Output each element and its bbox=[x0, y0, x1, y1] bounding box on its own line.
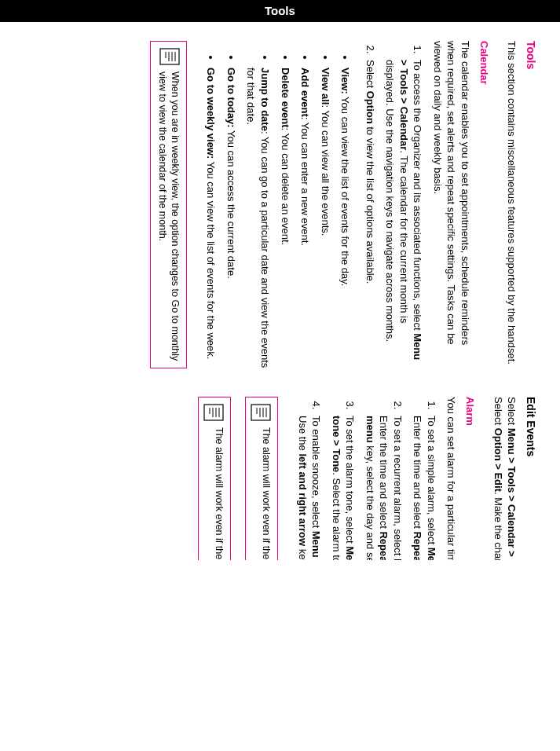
calendar-step-1: To access the Organizer and its associat… bbox=[383, 57, 425, 368]
note-text: The alarm will work even if the phone is… bbox=[260, 427, 273, 560]
page: Tools 57 Tools This section contains mis… bbox=[0, 0, 560, 560]
calendar-intro: The calendar enables you to set appointm… bbox=[430, 41, 472, 368]
bullet-view: View: You can view the list of events fo… bbox=[339, 68, 353, 368]
alarm-title: Alarm bbox=[463, 397, 477, 560]
calendar-steps: To access the Organizer and its associat… bbox=[357, 41, 424, 368]
calendar-step-2: Select Option to view the list of option… bbox=[363, 57, 377, 368]
svg-rect-10 bbox=[204, 405, 223, 420]
bullet-today: Go to today: You can access the current … bbox=[224, 68, 238, 368]
side-tab: Tools bbox=[0, 0, 560, 22]
note-silent-mode: The alarm will work even if the phone is… bbox=[245, 397, 278, 560]
alarm-intro: You can set alarm for a particular time.… bbox=[445, 397, 459, 560]
calendar-title: Calendar bbox=[477, 41, 491, 368]
bullet-jump: Jump to date: You can go to a particular… bbox=[244, 68, 272, 368]
alarm-steps: To set a simple alarm, select Menu > Too… bbox=[289, 397, 438, 560]
edit-events-body: Select Menu > Tools > Calendar > Option … bbox=[491, 397, 518, 560]
note-icon bbox=[251, 404, 271, 421]
left-column: Tools This section contains miscellaneou… bbox=[16, 41, 538, 368]
alarm-step-1: To set a simple alarm, select Menu > Too… bbox=[411, 412, 438, 560]
option-bullets: View: You can view the list of events fo… bbox=[198, 41, 352, 368]
content-area: 57 Tools This section contains miscellan… bbox=[0, 22, 560, 560]
tools-intro: This section contains miscellaneous feat… bbox=[505, 41, 519, 368]
alarm-step-3: To set the alarm tone, select Menu > Too… bbox=[329, 412, 357, 560]
svg-rect-0 bbox=[160, 49, 179, 64]
note-weekly-view: When you are in weekly view, the option … bbox=[150, 41, 187, 368]
svg-rect-5 bbox=[251, 405, 270, 420]
alarm-step-4: To enable snooze, select Menu > Tools > … bbox=[295, 412, 323, 560]
note-text: The alarm will work even if the phone is… bbox=[213, 427, 225, 560]
bullet-viewall: View all: You can view all the events. bbox=[318, 68, 332, 368]
edit-events-title: Edit Events bbox=[523, 397, 538, 560]
tools-title: Tools bbox=[523, 41, 538, 368]
note-icon bbox=[203, 404, 224, 421]
right-column: Edit Events Select Menu > Tools > Calend… bbox=[16, 397, 538, 560]
bullet-addevent: Add event: You can enter a new event. bbox=[298, 68, 313, 368]
bullet-weekly: Go to weekly view: You can view the list… bbox=[204, 68, 218, 368]
note-text: When you are in weekly view, the option … bbox=[156, 71, 181, 361]
note-switched-off: The alarm will work even if the phone is… bbox=[198, 397, 231, 560]
bullet-delevent: Delete event: You can delete an event. bbox=[278, 68, 292, 368]
alarm-step-2: To set a recurrent alarm, select Menu > … bbox=[363, 412, 404, 560]
note-icon bbox=[159, 48, 180, 65]
